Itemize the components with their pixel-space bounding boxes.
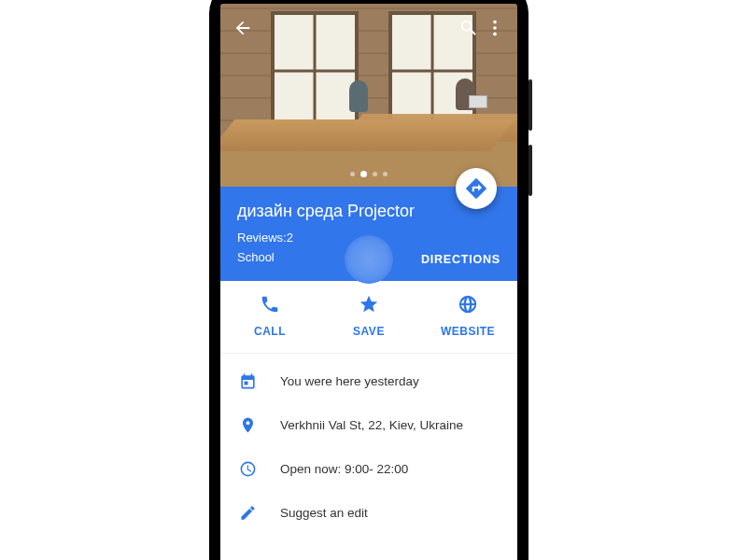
address-text: Verkhnii Val St, 22, Kiev, Ukraine bbox=[280, 418, 463, 432]
pin-icon bbox=[237, 416, 258, 434]
back-icon[interactable] bbox=[230, 15, 256, 41]
globe-icon bbox=[458, 294, 478, 317]
address-row[interactable]: Verkhnii Val St, 22, Kiev, Ukraine bbox=[220, 403, 517, 447]
svg-point-2 bbox=[493, 33, 497, 36]
svg-point-1 bbox=[493, 26, 497, 30]
more-icon[interactable] bbox=[482, 15, 508, 41]
hours-row[interactable]: Open now: 9:00- 22:00 bbox=[220, 447, 517, 491]
carousel-dot bbox=[383, 172, 388, 176]
phone-icon bbox=[260, 294, 280, 317]
svg-point-0 bbox=[493, 21, 497, 24]
action-bar: CALL SAVE WEBSITE bbox=[220, 281, 517, 354]
directions-button[interactable]: DIRECTIONS bbox=[421, 253, 500, 266]
clock-icon bbox=[237, 460, 258, 478]
category-label: School bbox=[237, 248, 293, 268]
volume-up-button bbox=[529, 79, 532, 131]
carousel-dot bbox=[350, 172, 355, 176]
hero-photo[interactable] bbox=[220, 4, 517, 187]
phone-frame: дизайн среда Projector Reviews:2 School … bbox=[209, 0, 529, 560]
visited-row[interactable]: You were here yesterday bbox=[220, 359, 517, 403]
carousel-dot-active bbox=[360, 171, 367, 177]
star-icon bbox=[359, 294, 379, 317]
call-label: CALL bbox=[254, 325, 286, 338]
call-button[interactable]: CALL bbox=[220, 294, 319, 338]
screen: дизайн среда Projector Reviews:2 School … bbox=[220, 4, 517, 560]
save-label: SAVE bbox=[353, 325, 385, 338]
carousel-indicator bbox=[350, 172, 388, 177]
volume-down-button bbox=[529, 145, 532, 196]
directions-fab[interactable] bbox=[456, 168, 497, 209]
suggest-edit-row[interactable]: Suggest an edit bbox=[220, 491, 517, 535]
suggest-edit-text: Suggest an edit bbox=[280, 506, 368, 520]
visited-text: You were here yesterday bbox=[280, 374, 419, 388]
photo-laptop bbox=[469, 95, 487, 108]
reviews-label[interactable]: Reviews:2 bbox=[237, 229, 293, 248]
website-label: WEBSITE bbox=[441, 325, 495, 338]
carousel-dot bbox=[373, 172, 377, 176]
calendar-icon bbox=[237, 372, 258, 390]
website-button[interactable]: WEBSITE bbox=[418, 294, 517, 338]
search-icon[interactable] bbox=[456, 15, 482, 41]
details-list: You were here yesterday Verkhnii Val St,… bbox=[220, 354, 517, 540]
photo-person bbox=[349, 80, 368, 112]
touch-ripple bbox=[345, 235, 393, 284]
pencil-icon bbox=[237, 504, 258, 522]
place-title: дизайн среда Projector bbox=[237, 202, 500, 221]
top-app-bar bbox=[220, 11, 517, 45]
hours-text: Open now: 9:00- 22:00 bbox=[280, 462, 408, 476]
photo-table bbox=[220, 119, 514, 151]
save-button[interactable]: SAVE bbox=[319, 294, 418, 338]
